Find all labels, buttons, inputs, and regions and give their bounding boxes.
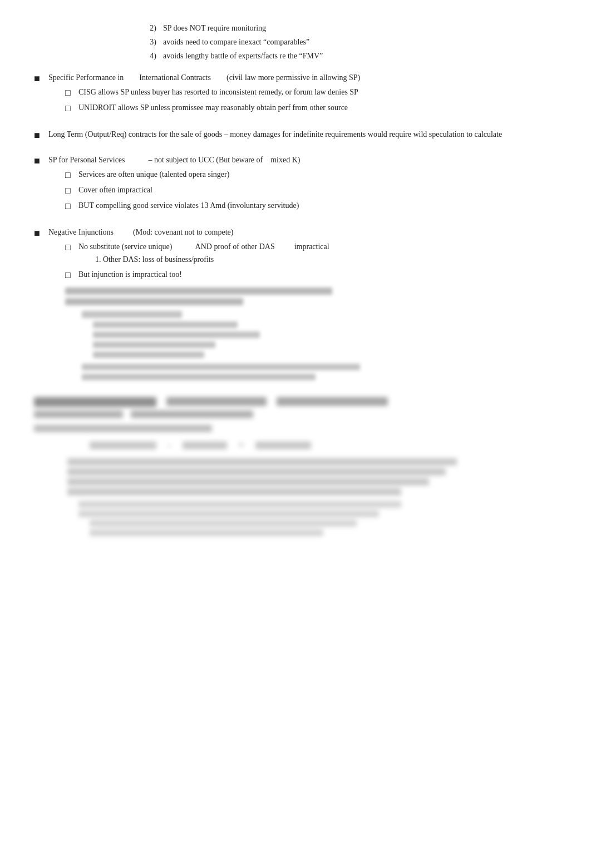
sub-bullet-list: □ Services are often unique (talented op… [65,168,557,213]
bullet-icon: ■ [34,72,44,117]
sp-personal-note2: mixed K) [270,156,300,164]
sp-personal-note1: – not subject to UCC (But beware of [149,156,263,164]
impractical-text: impractical [294,242,329,251]
bullet-icon: ■ [34,128,44,142]
bullet-icon: ■ [34,154,44,215]
list-item: 4) avoids lengthy battle of experts/fact… [145,50,557,62]
item-number: 4) [145,50,156,62]
intl-contracts-label: International Contracts [139,73,211,82]
blurred-bottom-section: - + [34,397,557,536]
section-long-term: ■ Long Term (Output/Req) contracts for t… [34,128,557,142]
section-sp-personal-services: ■ SP for Personal Services – not subject… [34,154,557,215]
sub-bullet-icon: □ [65,184,74,197]
neg-injunctions-label: Negative Injunctions [48,228,114,236]
item-text: avoids need to compare inexact “comparab… [163,36,309,48]
sub-bullet-icon: □ [65,168,74,182]
blurred-content-1 [48,287,557,305]
page-content: 2) SP does NOT require monitoring 3) avo… [34,22,557,536]
and-proof-text: AND proof of other DAS [195,242,275,251]
sub-item-but-injunction: □ But injunction is impractical too! [65,269,557,282]
sub-bullet-icon: □ [65,86,74,100]
section-content: Negative Injunctions (Mod: covenant not … [48,226,557,386]
sub-item-unidroit: □ UNIDROIT allows SP unless promissee ma… [65,102,557,115]
item-number: 2) [145,22,156,34]
sub-item-compelling: □ BUT compelling good service violates 1… [65,200,557,213]
bullet-icon: ■ [34,226,44,386]
cover-impractical-text: Cover often impractical [78,184,152,197]
section-content: Specific Performance in International Co… [48,72,557,117]
sub-bullet-list: □ CISG allows SP unless buyer has resort… [65,86,557,115]
list-item: 3) avoids need to compare inexact “compa… [145,36,557,48]
sub-bullet-icon: □ [65,241,74,266]
section-content: SP for Personal Services – not subject t… [48,154,557,215]
sub-item-cover-impractical: □ Cover often impractical [65,184,557,197]
section-specific-performance: ■ Specific Performance in International … [34,72,557,117]
compelling-text: BUT compelling good service violates 13 … [78,200,299,213]
sub-item-services-unique: □ Services are often unique (talented op… [65,168,557,182]
sp-personal-label: SP for Personal Services [48,156,125,164]
cisg-text: CISG allows SP unless buyer has resorted… [78,86,358,100]
numbered-list: 2) SP does NOT require monitoring 3) avo… [145,22,557,62]
blurred-content-2 [82,311,557,380]
but-injunction-text: But injunction is impractical too! [78,269,182,282]
civil-law-note: (civil law more permissive in allowing S… [226,73,360,82]
sub-bullet-icon: □ [65,102,74,115]
sub-item-no-substitute: □ No substitute (service unique) AND pro… [65,241,557,266]
item-text: avoids lengthy battle of experts/facts r… [163,50,323,62]
neg-injunctions-mod: (Mod: covenant not to compete) [133,228,233,236]
services-unique-text: Services are often unique (talented oper… [78,168,229,182]
sub-item-cisg: □ CISG allows SP unless buyer has resort… [65,86,557,100]
no-substitute-text: No substitute (service unique) [78,242,172,251]
section-main-text: Specific Performance in International Co… [48,73,360,82]
list-item: 2) SP does NOT require monitoring [145,22,557,34]
other-das-text: 1. Other DAS: loss of business/profits [95,255,214,264]
sub-bullet-icon: □ [65,269,74,282]
no-substitute-content: No substitute (service unique) AND proof… [78,241,329,266]
item-number: 3) [145,36,156,48]
sp-label: Specific Performance in [48,73,124,82]
section-content: Long Term (Output/Req) contracts for the… [48,128,557,142]
sub-bullet-list: □ No substitute (service unique) AND pro… [65,241,557,282]
unidroit-text: UNIDROIT allows SP unless promissee may … [78,102,348,115]
long-term-text: Long Term (Output/Req) contracts for the… [48,130,502,138]
sub-sub-item: 1. Other DAS: loss of business/profits [95,254,329,265]
sub-bullet-icon: □ [65,200,74,213]
section-negative-injunctions: ■ Negative Injunctions (Mod: covenant no… [34,226,557,386]
item-text: SP does NOT require monitoring [163,22,266,34]
